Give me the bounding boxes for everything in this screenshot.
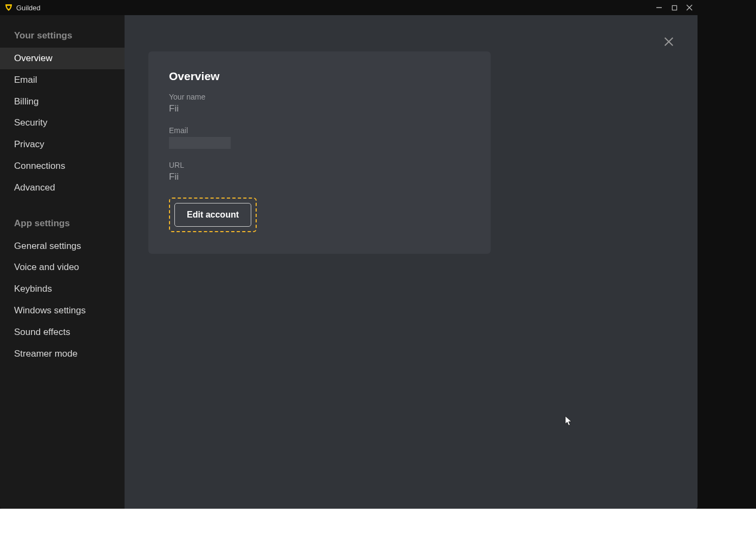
field-value-name: Fii <box>169 103 470 114</box>
field-url: URL Fii <box>169 161 470 182</box>
sidebar-item-advanced[interactable]: Advanced <box>0 177 125 199</box>
sidebar-item-label: General settings <box>14 241 81 251</box>
panel-title: Overview <box>169 70 470 83</box>
app-window: Guilded Your settings Overview Email Bil… <box>0 0 698 509</box>
sidebar-item-label: Windows settings <box>14 305 86 316</box>
edit-account-button[interactable]: Edit account <box>174 203 251 227</box>
sidebar-section-title-your-settings: Your settings <box>0 26 125 48</box>
sidebar-item-voice-video[interactable]: Voice and video <box>0 257 125 278</box>
sidebar-item-privacy[interactable]: Privacy <box>0 134 125 155</box>
settings-sidebar: Your settings Overview Email Billing Sec… <box>0 15 125 509</box>
field-value-email <box>169 137 470 149</box>
sidebar-item-label: Voice and video <box>14 262 79 272</box>
field-value-url: Fii <box>169 172 470 182</box>
sidebar-item-label: Overview <box>14 53 53 63</box>
sidebar-spacer <box>0 199 125 214</box>
sidebar-item-sound-effects[interactable]: Sound effects <box>0 321 125 343</box>
close-window-button[interactable] <box>686 4 693 11</box>
svg-rect-1 <box>672 5 676 10</box>
sidebar-item-label: Keybinds <box>14 284 52 294</box>
titlebar-left: Guilded <box>4 3 41 12</box>
sidebar-item-label: Connections <box>14 161 66 171</box>
sidebar-section-title-app-settings: App settings <box>0 214 125 235</box>
sidebar-item-billing[interactable]: Billing <box>0 91 125 113</box>
guilded-logo-icon <box>4 3 13 12</box>
edit-account-highlight: Edit account <box>169 198 257 232</box>
sidebar-item-overview[interactable]: Overview <box>0 48 125 69</box>
sidebar-item-label: Email <box>14 75 37 85</box>
sidebar-item-label: Advanced <box>14 182 55 193</box>
titlebar: Guilded <box>0 0 698 15</box>
window-controls <box>655 4 693 11</box>
field-label-url: URL <box>169 161 470 169</box>
maximize-button[interactable] <box>670 4 678 11</box>
sidebar-item-connections[interactable]: Connections <box>0 155 125 177</box>
close-settings-button[interactable] <box>662 35 676 49</box>
redacted-email <box>169 137 231 149</box>
sidebar-item-label: Sound effects <box>14 327 70 337</box>
sidebar-item-windows-settings[interactable]: Windows settings <box>0 300 125 321</box>
app-body: Your settings Overview Email Billing Sec… <box>0 15 698 509</box>
titlebar-title: Guilded <box>16 4 41 12</box>
main-content: Overview Your name Fii Email URL Fii Edi… <box>125 15 698 509</box>
sidebar-item-label: Privacy <box>14 139 44 149</box>
sidebar-item-streamer-mode[interactable]: Streamer mode <box>0 343 125 365</box>
sidebar-item-label: Billing <box>14 96 38 107</box>
field-label-name: Your name <box>169 93 470 101</box>
sidebar-item-security[interactable]: Security <box>0 112 125 134</box>
sidebar-item-email[interactable]: Email <box>0 69 125 91</box>
field-email: Email <box>169 126 470 149</box>
sidebar-item-label: Streamer mode <box>14 349 77 359</box>
sidebar-item-label: Security <box>14 117 47 128</box>
sidebar-item-general-settings[interactable]: General settings <box>0 235 125 257</box>
page-background-pad <box>0 509 756 552</box>
overview-panel: Overview Your name Fii Email URL Fii Edi… <box>148 51 491 254</box>
field-label-email: Email <box>169 126 470 135</box>
sidebar-item-keybinds[interactable]: Keybinds <box>0 278 125 300</box>
field-your-name: Your name Fii <box>169 93 470 114</box>
minimize-button[interactable] <box>655 4 663 11</box>
